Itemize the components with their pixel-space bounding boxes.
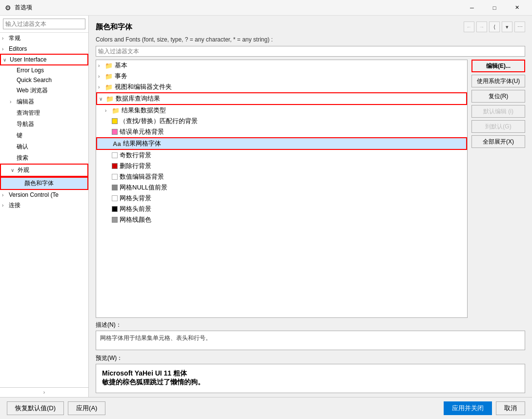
sidebar-item-label: 查询管理	[17, 109, 40, 117]
sidebar-item-label: 编辑器	[17, 98, 34, 106]
color-tree-item-odd-row-bg[interactable]: 奇数行背景	[96, 150, 467, 161]
color-tree-label: 视图和编辑器文件夹	[115, 83, 172, 91]
action-buttons-panel: 编辑(E)... 使用系统字体(U) 复位(R) 默认编辑 (i) 到默认(G)…	[471, 60, 525, 318]
apply-close-button[interactable]: 应用并关闭	[444, 401, 492, 415]
nav-dropdown-button[interactable]: ▾	[502, 21, 512, 32]
nav-forward-button[interactable]: →	[476, 21, 487, 32]
arrow-icon: ›	[2, 203, 9, 208]
sidebar: › 常规 › Editors ∨ User Interface Error Lo…	[0, 16, 89, 397]
sidebar-item-general[interactable]: › 常规	[0, 33, 88, 44]
color-tree-label: （查找/替换）匹配行的背景	[120, 117, 198, 126]
sidebar-item-connection[interactable]: › 连接	[0, 200, 88, 211]
color-tree-item-delete-row-bg[interactable]: 删除行背景	[96, 161, 467, 171]
sidebar-item-editors-sub[interactable]: › 编辑器	[0, 96, 88, 107]
expand-all-button[interactable]: 全部展开(X)	[471, 135, 525, 148]
maximize-button[interactable]: □	[483, 0, 506, 16]
color-tree-item-grid-header-fg[interactable]: 网格头前景	[96, 204, 467, 214]
color-tree-item-result-grid-font[interactable]: Aa 结果网格字体	[96, 137, 467, 150]
sidebar-item-label: 常规	[9, 34, 20, 42]
system-font-button[interactable]: 使用系统字体(U)	[471, 75, 525, 87]
sidebar-item-search[interactable]: 搜索	[0, 152, 88, 164]
arrow-icon: ∨	[3, 57, 10, 63]
sidebar-item-user-interface[interactable]: ∨ User Interface	[0, 54, 88, 65]
preview-line1: Microsoft YaHei UI 11 粗体	[102, 369, 519, 378]
dialog-footer: 恢复默认值(D) 应用(A) 应用并关闭 取消	[0, 397, 532, 419]
edit-button[interactable]: 编辑(E)...	[471, 60, 525, 72]
sidebar-item-keys[interactable]: 键	[0, 130, 88, 141]
sidebar-item-label: 导航器	[17, 120, 34, 128]
sidebar-item-editors[interactable]: › Editors	[0, 44, 88, 54]
sidebar-item-confirm[interactable]: 确认	[0, 141, 88, 152]
color-tree-item-views-editors[interactable]: › 📁 视图和编辑器文件夹	[96, 82, 467, 92]
color-swatch	[112, 195, 118, 201]
color-swatch	[112, 206, 118, 212]
content-header: 颜色和字体 ← → ⟨ ▾ ⋯	[96, 21, 525, 32]
sidebar-item-label: 外观	[18, 166, 29, 174]
scroll-right-icon[interactable]: ›	[43, 390, 45, 395]
font-icon: Aa	[113, 140, 121, 147]
folder-icon: 📁	[105, 62, 113, 69]
restore-defaults-button[interactable]: 恢复默认值(D)	[7, 401, 64, 415]
dialog: › 常规 › Editors ∨ User Interface Error Lo…	[0, 16, 532, 419]
minimize-button[interactable]: ─	[461, 0, 483, 16]
default-edit-button[interactable]: 默认编辑 (i)	[471, 105, 525, 118]
nav-more-button[interactable]: ⋯	[514, 21, 525, 32]
color-tree-label: 结果网格字体	[123, 139, 161, 148]
color-tree-label: 数值编辑器背景	[120, 172, 164, 181]
arrow-icon: ›	[2, 36, 9, 41]
color-swatch	[112, 174, 118, 180]
color-swatch	[112, 185, 118, 190]
sidebar-tree: › 常规 › Editors ∨ User Interface Error Lo…	[0, 33, 88, 387]
sidebar-item-version-control[interactable]: › Version Control (Te	[0, 190, 88, 200]
color-tree-label: 事务	[115, 72, 127, 81]
sidebar-item-quick-search[interactable]: Quick Search	[0, 75, 88, 85]
sidebar-item-error-logs[interactable]: Error Logs	[0, 65, 88, 75]
color-tree-item-basic[interactable]: › 📁 基本	[96, 60, 467, 71]
color-tree-item-grid-null-fg[interactable]: 网格NULL值前景	[96, 182, 467, 193]
color-tree-label: 删除行背景	[120, 162, 151, 170]
arrow-icon: ›	[105, 108, 112, 113]
color-tree-item-affairs[interactable]: › 📁 事务	[96, 71, 467, 82]
sidebar-item-label: Editors	[9, 45, 27, 52]
sidebar-item-query-mgr[interactable]: 查询管理	[0, 107, 88, 119]
sidebar-item-label: 连接	[9, 201, 20, 210]
color-tree-item-grid-line-color[interactable]: 网格线颜色	[96, 214, 467, 225]
preview-label: 预览(W)：	[96, 354, 525, 362]
close-button[interactable]: ✕	[506, 0, 528, 16]
nav-prev-button[interactable]: ⟨	[489, 21, 500, 32]
color-tree-item-grid-header-bg[interactable]: 网格头背景	[96, 193, 467, 204]
color-swatch	[112, 118, 118, 124]
goto-default-button[interactable]: 到默认(G)	[471, 120, 525, 133]
sidebar-item-web-browser[interactable]: Web 浏览器	[0, 85, 88, 96]
sidebar-item-label: 颜色和字体	[24, 179, 54, 188]
title-bar: ⚙ 首选项 ─ □ ✕	[0, 0, 532, 16]
color-tree-panel[interactable]: › 📁 基本 › 📁 事务 › 📁 视图和编辑器文件夹	[96, 60, 468, 318]
nav-back-button[interactable]: ←	[464, 21, 474, 32]
arrow-icon: ∨	[99, 96, 106, 102]
color-tree-item-find-replace[interactable]: （查找/替换）匹配行的背景	[96, 116, 467, 126]
cancel-button[interactable]: 取消	[496, 401, 525, 415]
sidebar-filter-input[interactable]	[3, 19, 85, 29]
apply-button[interactable]: 应用(A)	[68, 401, 105, 415]
color-tree-item-error-cell-bg[interactable]: 错误单元格背景	[96, 126, 467, 137]
color-tree-item-result-data-types[interactable]: › 📁 结果集数据类型	[96, 105, 467, 116]
reset-button[interactable]: 复位(R)	[471, 90, 525, 103]
sidebar-scroll-bottom[interactable]: ›	[0, 387, 88, 397]
sidebar-item-label: Version Control (Te	[9, 191, 59, 198]
folder-icon: 📁	[112, 106, 120, 114]
sidebar-item-colors-fonts[interactable]: 颜色和字体	[0, 177, 88, 190]
color-tree-item-num-editor-bg[interactable]: 数值编辑器背景	[96, 171, 467, 182]
dialog-body: › 常规 › Editors ∨ User Interface Error Lo…	[0, 16, 532, 397]
arrow-icon: ›	[10, 99, 17, 105]
color-tree-label: 结果集数据类型	[122, 106, 166, 115]
sidebar-item-label: 搜索	[17, 154, 28, 162]
arrow-icon: ›	[98, 84, 105, 90]
color-swatch	[112, 152, 118, 158]
sidebar-item-appearance[interactable]: ∨ 外观	[0, 164, 88, 177]
folder-icon: 📁	[105, 83, 113, 91]
content-filter-input[interactable]	[96, 46, 525, 57]
content-filter-row	[96, 46, 525, 57]
color-tree-item-db-query[interactable]: ∨ 📁 数据库查询结果	[96, 92, 467, 105]
color-swatch	[112, 129, 118, 135]
sidebar-item-navigator[interactable]: 导航器	[0, 119, 88, 130]
